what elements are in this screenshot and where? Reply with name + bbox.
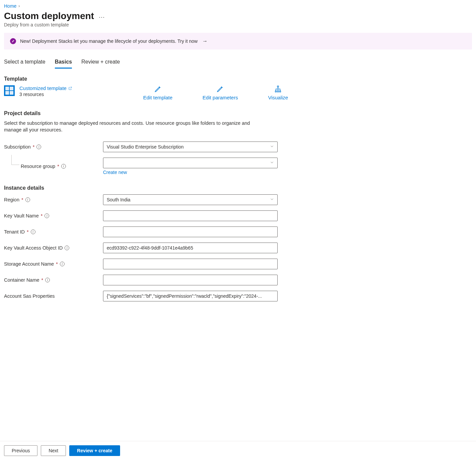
tab-select-template[interactable]: Select a template <box>4 59 45 69</box>
key-vault-name-label: Key Vault Name <box>4 213 39 218</box>
required-marker: * <box>33 144 35 150</box>
svg-rect-2 <box>277 91 279 92</box>
edit-template-label: Edit template <box>143 95 173 100</box>
rocket-icon <box>10 38 16 44</box>
pencil-icon <box>154 85 162 93</box>
required-marker: * <box>56 261 58 267</box>
visualize-button[interactable]: Visualize <box>268 85 288 100</box>
info-icon[interactable]: i <box>65 246 69 250</box>
info-banner[interactable]: New! Deployment Stacks let you manage th… <box>4 33 472 50</box>
svg-rect-1 <box>275 91 277 92</box>
required-marker: * <box>57 164 59 169</box>
required-marker: * <box>41 277 43 283</box>
info-icon[interactable]: i <box>61 164 66 169</box>
edit-parameters-button[interactable]: Edit parameters <box>203 85 238 100</box>
more-icon[interactable]: ⋯ <box>99 13 105 21</box>
container-name-input[interactable] <box>103 275 278 285</box>
arrow-right-icon: → <box>202 38 208 44</box>
resource-group-select[interactable] <box>103 158 278 168</box>
kv-access-object-id-label: Key Vault Access Object ID <box>4 245 63 251</box>
svg-rect-0 <box>277 86 279 87</box>
tab-review-create[interactable]: Review + create <box>81 59 120 69</box>
info-icon[interactable]: i <box>25 197 30 202</box>
banner-text: New! Deployment Stacks let you manage th… <box>20 38 198 44</box>
subscription-select[interactable] <box>103 142 278 152</box>
tenant-id-input[interactable] <box>103 226 278 237</box>
customized-template-link[interactable]: Customized template <box>19 85 72 91</box>
svg-rect-3 <box>280 91 281 92</box>
required-marker: * <box>21 197 23 202</box>
subscription-label: Subscription <box>4 144 31 150</box>
container-name-label: Container Name <box>4 277 39 283</box>
instance-details-heading: Instance details <box>4 185 472 191</box>
storage-account-name-input[interactable] <box>103 259 278 269</box>
breadcrumb: Home › <box>4 3 472 9</box>
account-sas-label: Account Sas Properties <box>4 293 55 299</box>
project-details-heading: Project details <box>4 110 472 116</box>
pencil-icon <box>216 85 224 93</box>
required-marker: * <box>27 229 29 235</box>
info-icon[interactable]: i <box>44 213 49 218</box>
create-new-link[interactable]: Create new <box>103 170 127 175</box>
tenant-id-label: Tenant ID <box>4 229 25 235</box>
page-subtitle: Deploy from a custom template <box>4 22 472 27</box>
page-title: Custom deployment <box>4 11 94 21</box>
edit-template-button[interactable]: Edit template <box>143 85 173 100</box>
hierarchy-icon <box>274 85 282 93</box>
template-icon <box>4 85 15 96</box>
template-heading: Template <box>4 76 472 82</box>
tab-basics[interactable]: Basics <box>55 59 72 69</box>
project-details-description: Select the subscription to manage deploy… <box>4 120 265 133</box>
chevron-right-icon: › <box>18 4 20 8</box>
info-icon[interactable]: i <box>36 145 41 149</box>
resource-group-label: Resource group <box>21 164 55 169</box>
info-icon[interactable]: i <box>60 262 65 266</box>
required-marker: * <box>41 213 43 218</box>
tree-line <box>11 155 19 165</box>
visualize-label: Visualize <box>268 95 288 100</box>
tab-bar: Select a template Basics Review + create <box>4 59 472 69</box>
account-sas-input[interactable] <box>103 291 278 301</box>
storage-account-name-label: Storage Account Name <box>4 261 54 267</box>
info-icon[interactable]: i <box>45 278 50 282</box>
external-link-icon <box>68 86 72 90</box>
breadcrumb-home[interactable]: Home <box>4 3 16 9</box>
info-icon[interactable]: i <box>31 229 35 234</box>
region-select[interactable] <box>103 194 278 205</box>
template-link-text: Customized template <box>19 85 67 91</box>
template-resource-count: 3 resources <box>19 92 72 97</box>
region-label: Region <box>4 197 19 202</box>
kv-access-object-id-input[interactable] <box>103 243 278 253</box>
key-vault-name-input[interactable] <box>103 210 278 221</box>
edit-parameters-label: Edit parameters <box>203 95 238 100</box>
